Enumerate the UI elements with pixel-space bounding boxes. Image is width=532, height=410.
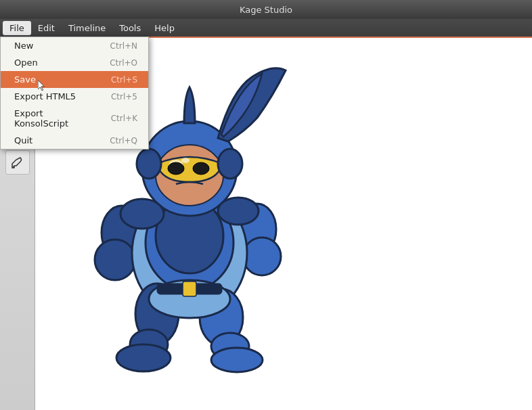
menu-item-open[interactable]: Open Ctrl+O — [1, 54, 148, 71]
menu-item-save[interactable]: Save Ctrl+S — [1, 71, 148, 88]
menu-file[interactable]: File — [3, 21, 31, 35]
app-title: Kage Studio — [240, 5, 292, 15]
svg-rect-32 — [183, 281, 196, 296]
svg-point-29 — [137, 149, 161, 179]
file-dropdown-menu: New Ctrl+N Open Ctrl+O Save Ctrl+S Expor… — [0, 37, 149, 150]
svg-point-26 — [193, 162, 209, 175]
svg-point-5 — [12, 166, 14, 168]
menu-tools[interactable]: Tools — [112, 21, 148, 35]
svg-point-24 — [181, 158, 190, 163]
menu-bar: File Edit Timeline Tools Help — [0, 19, 532, 37]
svg-point-9 — [243, 237, 281, 275]
menu-item-export-konsolscript[interactable]: Export KonsolScript Ctrl+K — [1, 105, 148, 132]
tool-eyedropper[interactable] — [5, 150, 30, 175]
menu-help[interactable]: Help — [148, 21, 181, 35]
svg-point-25 — [168, 162, 184, 175]
title-bar: Kage Studio — [0, 0, 532, 19]
svg-point-18 — [211, 348, 263, 372]
svg-point-7 — [95, 240, 135, 280]
svg-point-30 — [218, 149, 242, 179]
menu-edit[interactable]: Edit — [31, 21, 62, 35]
svg-point-28 — [218, 198, 259, 225]
svg-point-15 — [116, 344, 171, 371]
menu-timeline[interactable]: Timeline — [62, 21, 112, 35]
menu-item-quit[interactable]: Quit Ctrl+Q — [1, 132, 148, 149]
svg-point-27 — [120, 199, 164, 229]
menu-item-new[interactable]: New Ctrl+N — [1, 37, 148, 54]
menu-item-export-html5[interactable]: Export HTML5 Ctrl+5 — [1, 88, 148, 105]
